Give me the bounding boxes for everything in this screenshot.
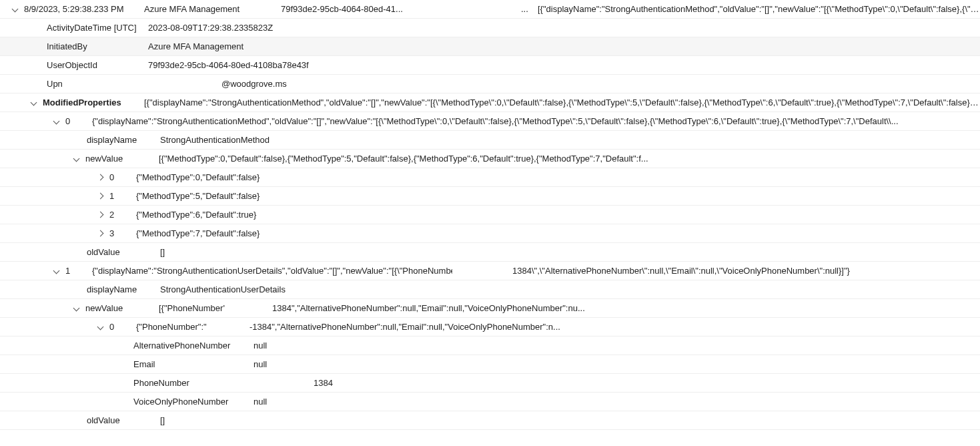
item-summary-left: {"displayName":"StrongAuthenticationUser…	[92, 266, 452, 276]
array-index: 0	[65, 116, 92, 126]
modprops-item-0-oldvalue: oldValue []	[0, 243, 980, 262]
nv-item-value: {"MethodType":5,"Default":false}	[136, 191, 260, 201]
field-label: InitiatedBy	[47, 41, 148, 51]
modprops-item-1-newvalue-header[interactable]: newValue [{"PhoneNumber' 1384","Alternat…	[0, 299, 980, 318]
field-value: @woodgrove.ms	[221, 79, 287, 89]
field-value: []	[160, 247, 165, 257]
array-index: 0	[109, 322, 136, 332]
field-value: null	[254, 359, 267, 369]
field-value: StrongAuthenticationMethod	[160, 135, 270, 145]
nv0-summary-left: {"PhoneNumber":"	[136, 322, 250, 332]
field-value: Azure MFA Management	[148, 41, 243, 51]
chevron-down-icon[interactable]	[12, 6, 19, 13]
modprops-item-0-header[interactable]: 0 {"displayName":"StrongAuthenticationMe…	[0, 112, 980, 131]
chevron-down-icon[interactable]	[73, 156, 80, 162]
field-value: StrongAuthenticationUserDetails	[160, 284, 286, 294]
chevron-right-icon[interactable]	[97, 230, 104, 237]
item-summary: {"displayName":"StrongAuthenticationMeth…	[92, 116, 980, 126]
chevron-right-icon[interactable]	[97, 212, 104, 218]
nv-item-value: {"MethodType":6,"Default":true}	[136, 210, 256, 220]
field-label: displayName	[87, 135, 160, 145]
nv-item-row[interactable]: 1 {"MethodType":5,"Default":false}	[0, 187, 980, 206]
nv0-summary-right: -1384","AlternativePhoneNumber":null,"Em…	[250, 322, 980, 332]
detail-row-userobjectid: UserObjectId 79f93de2-95cb-4064-80ed-410…	[0, 56, 980, 75]
modprops-item-1-nv0-header[interactable]: 0 {"PhoneNumber":" -1384","AlternativePh…	[0, 318, 980, 337]
item-summary-right: 1384\",\"AlternativePhoneNumber\":null,\…	[512, 266, 980, 276]
field-label: displayName	[87, 284, 160, 294]
nv0-field-phone: PhoneNumber 1384	[0, 374, 980, 393]
field-label: newValue	[85, 303, 159, 313]
array-index: 0	[109, 172, 136, 182]
field-label: Email	[133, 359, 254, 369]
newvalue-summary: [{"MethodType":0,"Default":false},{"Meth…	[159, 154, 980, 164]
newvalue-summary-left: [{"PhoneNumber'	[159, 303, 272, 313]
detail-row-activitydatetime: ActivityDateTime [UTC] 2023-08-09T17:29:…	[0, 19, 980, 37]
array-index: 2	[109, 210, 136, 220]
detail-row-initiatedby: InitiatedBy Azure MFA Management	[0, 37, 980, 56]
chevron-down-icon[interactable]	[73, 305, 80, 312]
chevron-down-icon[interactable]	[53, 118, 60, 125]
timestamp: 8/9/2023, 5:29:38.233 PM	[24, 4, 144, 14]
nv-item-value: {"MethodType":7,"Default":false}	[136, 228, 260, 238]
newvalue-summary-right: 1384","AlternativePhoneNumber":null,"Ema…	[272, 303, 980, 313]
log-row-header[interactable]: 8/9/2023, 5:29:38.233 PM Azure MFA Manag…	[0, 0, 980, 19]
nv0-field-altphone: AlternativePhoneNumber null	[0, 337, 980, 355]
modified-properties-summary: [{"displayName":"StrongAuthenticationMet…	[144, 97, 980, 107]
field-label: VoiceOnlyPhoneNumber	[133, 397, 254, 407]
nv-item-row[interactable]: 3 {"MethodType":7,"Default":false}	[0, 224, 980, 243]
field-label: ActivityDateTime [UTC]	[47, 23, 148, 33]
field-value: null	[254, 341, 267, 351]
chevron-right-icon[interactable]	[97, 174, 104, 181]
chevron-down-icon[interactable]	[97, 324, 104, 330]
nv0-field-email: Email null	[0, 355, 980, 374]
chevron-right-icon[interactable]	[97, 193, 104, 200]
field-label: Upn	[47, 79, 148, 89]
field-label: ModifiedProperties	[43, 97, 144, 107]
field-label: oldValue	[87, 415, 160, 425]
nv-item-value: {"MethodType":0,"Default":false}	[136, 172, 260, 182]
field-label: PhoneNumber	[133, 378, 254, 388]
array-index: 1	[109, 191, 136, 201]
object-id-short: 79f93de2-95cb-4064-80ed-41...	[281, 4, 521, 14]
field-value: 79f93de2-95cb-4064-80ed-4108ba78e43f	[148, 60, 309, 70]
field-value: 1384	[314, 378, 333, 388]
field-label: AlternativePhoneNumber	[133, 341, 254, 351]
modprops-item-1-header[interactable]: 1 {"displayName":"StrongAuthenticationUs…	[0, 262, 980, 280]
field-label: oldValue	[87, 247, 160, 257]
detail-row-upn: Upn @woodgrove.ms	[0, 75, 980, 93]
nv-item-row[interactable]: 0 {"MethodType":0,"Default":false}	[0, 168, 980, 187]
nv0-field-voice: VoiceOnlyPhoneNumber null	[0, 393, 980, 411]
modprops-item-0-displayname: displayName StrongAuthenticationMethod	[0, 131, 980, 150]
ellipsis: ...	[521, 4, 538, 14]
service-name: Azure MFA Management	[144, 4, 281, 14]
nv-item-row[interactable]: 2 {"MethodType":6,"Default":true}	[0, 206, 980, 224]
chevron-down-icon[interactable]	[31, 99, 37, 106]
chevron-down-icon[interactable]	[53, 268, 60, 274]
field-label: UserObjectId	[47, 60, 148, 70]
array-index: 3	[109, 228, 136, 238]
modified-properties-header[interactable]: ModifiedProperties [{"displayName":"Stro…	[0, 93, 980, 112]
modprops-item-1-oldvalue: oldValue []	[0, 411, 980, 430]
json-preview: [{"displayName":"StrongAuthenticationMet…	[538, 4, 980, 14]
array-index: 1	[65, 266, 92, 276]
field-value: []	[160, 415, 165, 425]
modprops-item-1-displayname: displayName StrongAuthenticationUserDeta…	[0, 280, 980, 299]
field-label: newValue	[85, 154, 159, 164]
modprops-item-0-newvalue-header[interactable]: newValue [{"MethodType":0,"Default":fals…	[0, 150, 980, 168]
field-value: 2023-08-09T17:29:38.2335823Z	[148, 23, 273, 33]
field-value: null	[254, 397, 267, 407]
